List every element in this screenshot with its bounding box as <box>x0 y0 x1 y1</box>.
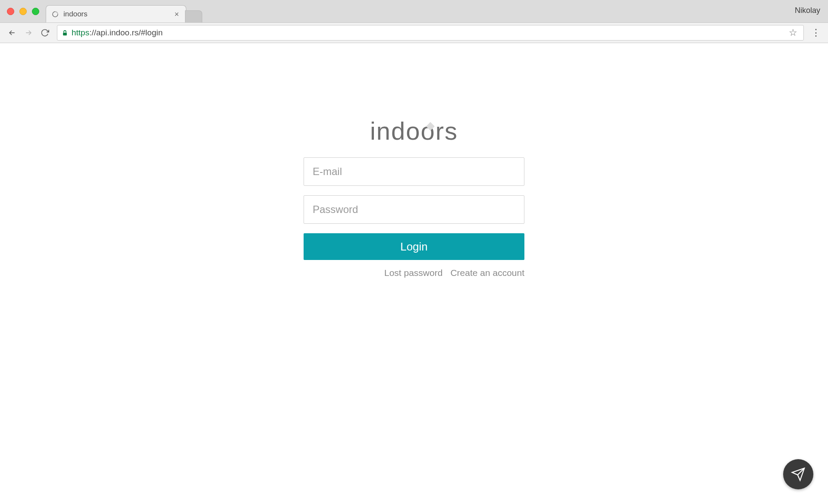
window-maximize-button[interactable] <box>32 8 39 15</box>
browser-tab[interactable]: indoors × <box>46 5 186 22</box>
tab-title: indoors <box>63 10 168 19</box>
reload-button[interactable] <box>38 26 52 40</box>
bookmark-star-icon[interactable]: ☆ <box>787 27 799 38</box>
window-controls <box>7 8 39 15</box>
login-links: Lost password Create an account <box>304 268 524 278</box>
forward-button[interactable] <box>22 26 35 40</box>
tab-strip: indoors × Nikolay <box>0 0 828 22</box>
create-account-link[interactable]: Create an account <box>450 268 524 278</box>
login-button[interactable]: Login <box>304 233 524 260</box>
back-button[interactable] <box>5 26 19 40</box>
new-tab-button[interactable] <box>185 10 202 22</box>
browser-chrome: indoors × Nikolay https ://api.indoo.rs/… <box>0 0 828 43</box>
page-content: indoors Login Lost password Create an ac… <box>0 43 828 278</box>
window-minimize-button[interactable] <box>19 8 27 15</box>
browser-menu-button[interactable]: ⋮ <box>809 26 823 40</box>
brand-logo: indoors <box>370 116 458 145</box>
profile-name[interactable]: Nikolay <box>795 6 820 15</box>
lost-password-link[interactable]: Lost password <box>384 268 442 278</box>
browser-toolbar: https ://api.indoo.rs/#login ☆ ⋮ <box>0 22 828 43</box>
lock-icon <box>62 30 68 36</box>
password-field[interactable] <box>304 195 524 224</box>
svg-rect-1 <box>63 32 67 35</box>
tab-close-button[interactable]: × <box>172 10 181 18</box>
address-bar[interactable]: https ://api.indoo.rs/#login ☆ <box>57 25 804 41</box>
window-close-button[interactable] <box>7 8 14 15</box>
tab-favicon-icon <box>51 10 59 18</box>
send-feedback-button[interactable] <box>783 459 813 489</box>
email-field[interactable] <box>304 157 524 186</box>
url-protocol: https <box>72 28 89 38</box>
login-form: Login Lost password Create an account <box>304 157 524 278</box>
paper-plane-icon <box>791 467 806 482</box>
url-path: ://api.indoo.rs/#login <box>89 28 163 38</box>
